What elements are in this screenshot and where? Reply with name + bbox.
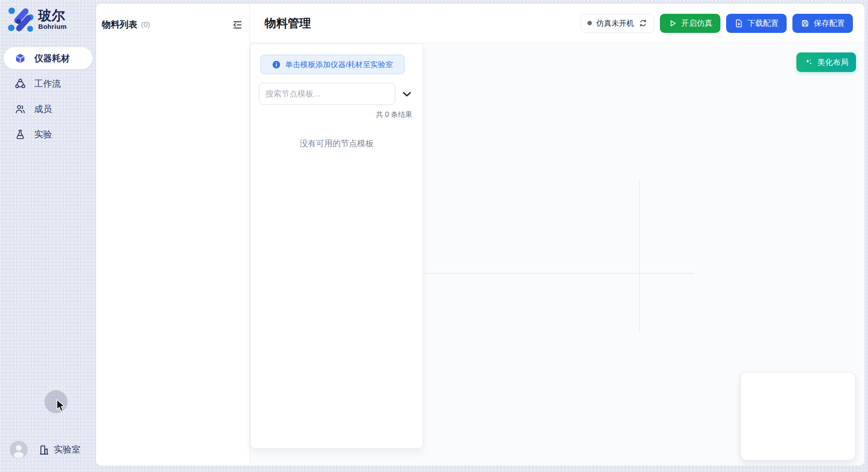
- main-area: 物料管理 仿真未开机 开启仿真: [250, 4, 864, 466]
- experiment-flask-icon: [15, 129, 26, 140]
- building-icon: [38, 444, 50, 456]
- start-simulation-label: 开启仿真: [681, 18, 712, 28]
- lab-label: 实验室: [54, 444, 80, 456]
- simulation-status-chip[interactable]: 仿真未开机: [581, 14, 654, 33]
- members-icon: [15, 104, 26, 115]
- canvas-guide-horizontal: [423, 273, 694, 274]
- template-search-input[interactable]: [259, 83, 395, 105]
- empty-state-text: 没有可用的节点模板: [251, 138, 422, 149]
- sidebar-item-experiments[interactable]: 实验: [4, 123, 92, 145]
- brand-name-en: Bohrium: [38, 23, 67, 30]
- brand-text: 玻尔 Bohrium: [38, 8, 67, 30]
- workflow-icon: [15, 78, 26, 89]
- brand-name-cn: 玻尔: [38, 8, 67, 23]
- sidebar-item-label: 成员: [34, 103, 52, 115]
- info-banner-text: 单击模板添加仪器/耗材至实验室: [285, 60, 393, 70]
- file-download-icon: [734, 19, 743, 28]
- beautify-layout-label: 美化布局: [817, 57, 848, 68]
- canvas-guide-vertical: [639, 181, 640, 331]
- bohrium-logo-icon: [8, 6, 33, 32]
- chevron-down-icon[interactable]: [401, 88, 413, 100]
- sidebar-item-workflow[interactable]: 工作流: [4, 72, 92, 95]
- page-title: 物料管理: [265, 16, 311, 31]
- main-header: 物料管理 仿真未开机 开启仿真: [250, 4, 864, 43]
- refresh-icon[interactable]: [639, 19, 647, 28]
- header-actions: 仿真未开机 开启仿真: [581, 14, 853, 33]
- mouse-cursor-icon: [56, 399, 68, 413]
- sparkles-icon: [804, 58, 813, 67]
- sidebar-item-label: 仪器耗材: [34, 52, 70, 64]
- materials-count: (0): [141, 20, 150, 29]
- node-template-panel: 单击模板添加仪器/耗材至实验室 共 0 条结果 没有可用的节点模板: [250, 44, 423, 448]
- person-icon: [10, 441, 28, 459]
- materials-list-panel: 物料列表 (0): [96, 4, 250, 466]
- download-config-button[interactable]: 下载配置: [726, 14, 787, 33]
- info-banner: 单击模板添加仪器/耗材至实验室: [261, 55, 405, 74]
- sidebar-nav: 仪器耗材 工作流 成员: [4, 47, 92, 148]
- cube-icon: [15, 53, 26, 64]
- menu-fold-icon[interactable]: [232, 20, 243, 30]
- download-config-label: 下载配置: [747, 18, 779, 28]
- result-count: 共 0 条结果: [376, 110, 412, 120]
- save-icon: [800, 19, 810, 28]
- brand: 玻尔 Bohrium: [8, 6, 67, 32]
- sidebar-item-instruments[interactable]: 仪器耗材: [4, 47, 92, 69]
- materials-list-header: 物料列表 (0): [96, 4, 249, 31]
- save-config-label: 保存配置: [814, 18, 845, 28]
- minimap-panel[interactable]: [740, 372, 856, 460]
- sidebar-item-label: 工作流: [34, 78, 61, 90]
- app-root: 玻尔 Bohrium 仪器耗材 工作流: [0, 0, 868, 472]
- beautify-layout-button[interactable]: 美化布局: [796, 52, 856, 72]
- materials-list-title: 物料列表: [102, 19, 137, 31]
- status-dot: [587, 21, 592, 25]
- status-label: 仿真未开机: [596, 18, 634, 28]
- save-config-button[interactable]: 保存配置: [792, 14, 853, 33]
- flow-canvas[interactable]: 单击模板添加仪器/耗材至实验室 共 0 条结果 没有可用的节点模板: [250, 43, 864, 466]
- sidebar-item-label: 实验: [34, 128, 52, 140]
- info-icon: [272, 60, 281, 69]
- main-card: 物料列表 (0) 物料管理 仿真未开机: [96, 4, 864, 466]
- play-icon: [668, 19, 677, 28]
- user-avatar[interactable]: [10, 441, 28, 459]
- lab-switcher[interactable]: 实验室: [38, 444, 80, 456]
- start-simulation-button[interactable]: 开启仿真: [660, 14, 720, 33]
- sidebar-item-members[interactable]: 成员: [4, 98, 92, 120]
